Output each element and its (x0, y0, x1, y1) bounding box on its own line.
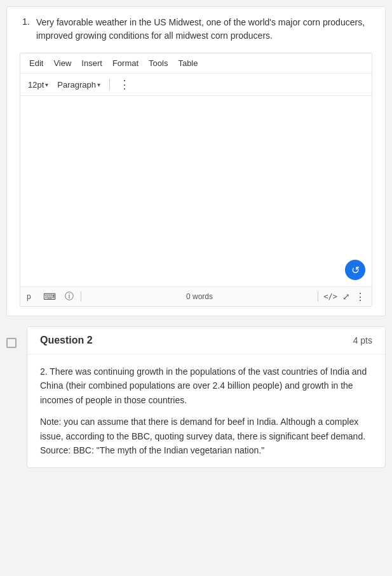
accessibility-icon[interactable]: ⓘ (63, 290, 76, 304)
question-1-content: 1. Very favorable weather in the US Midw… (7, 7, 385, 43)
code-view-button[interactable]: </> (323, 292, 337, 301)
refresh-icon: ↺ (351, 264, 360, 276)
expand-button[interactable]: ⤢ (342, 291, 350, 302)
question-2-body: 2. There was continuing growth in the po… (27, 354, 385, 467)
status-divider (81, 291, 81, 302)
status-more-button[interactable]: ⋮ (355, 291, 365, 303)
item-text: Very favorable weather in the US Midwest… (36, 16, 370, 43)
menu-tools[interactable]: Tools (145, 57, 172, 69)
editor-body[interactable]: ↺ (20, 96, 372, 286)
question-2-header: Question 2 4 pts (27, 327, 385, 354)
editor-status-bar: p ⌨ ⓘ 0 words </> ⤢ ⋮ (20, 286, 372, 306)
checkbox-area (6, 326, 22, 348)
font-size-value: 12pt (28, 80, 44, 90)
keyboard-icon[interactable]: ⌨ (41, 290, 58, 303)
editor: Edit View Insert Format Tools Table 12pt… (20, 53, 372, 307)
item-number: 1. (22, 16, 36, 27)
question-1-card: 1. Very favorable weather in the US Midw… (6, 6, 386, 316)
question-2-card: Question 2 4 pts 2. There was continuing… (27, 326, 386, 468)
refresh-button[interactable]: ↺ (345, 260, 365, 280)
toolbar-more-button[interactable]: ⋮ (116, 76, 133, 93)
paragraph-style-value: Paragraph (57, 80, 96, 90)
menu-format[interactable]: Format (109, 57, 142, 69)
question-1-item: 1. Very favorable weather in the US Midw… (20, 16, 372, 43)
question-2-note: Note: you can assume that there is deman… (40, 415, 372, 457)
font-size-dropdown[interactable]: 12pt ▾ (25, 79, 51, 91)
paragraph-tag: p (27, 292, 31, 301)
paragraph-style-dropdown[interactable]: Paragraph ▾ (55, 79, 103, 91)
question-2-pts: 4 pts (353, 335, 372, 345)
menu-edit[interactable]: Edit (25, 57, 47, 69)
editor-menubar: Edit View Insert Format Tools Table (20, 53, 372, 74)
menu-table[interactable]: Table (174, 57, 201, 69)
editor-toolbar: 12pt ▾ Paragraph ▾ ⋮ (20, 74, 372, 96)
toolbar-divider (109, 79, 110, 90)
paragraph-chevron: ▾ (97, 81, 100, 88)
status-divider-2 (318, 291, 318, 302)
question-2-checkbox[interactable] (6, 338, 17, 348)
menu-insert[interactable]: Insert (78, 57, 106, 69)
menu-view[interactable]: View (50, 57, 75, 69)
question-2-text: 2. There was continuing growth in the po… (40, 365, 372, 407)
font-size-chevron: ▾ (45, 81, 48, 88)
word-count: 0 words (86, 292, 313, 301)
question-2-title: Question 2 (40, 335, 93, 346)
question-2-wrapper: Question 2 4 pts 2. There was continuing… (6, 326, 386, 468)
page-container: 1. Very favorable weather in the US Midw… (0, 0, 392, 485)
